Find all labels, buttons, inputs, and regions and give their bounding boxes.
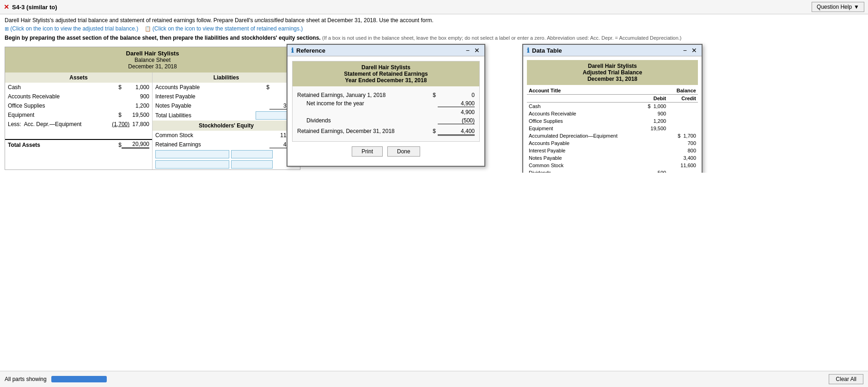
page-title: S4-3 (similar to) [12, 4, 57, 11]
data-table: Account Title Balance Debit Credit Cash … [527, 87, 698, 173]
equity-label-input[interactable] [155, 150, 229, 158]
reference-header-left: ℹ Reference [291, 47, 325, 54]
ref-re-jan: Retained Earnings, January 1, 2018 $ 0 [297, 91, 475, 99]
info-icon: ℹ [291, 47, 293, 54]
bs-ip-row: Interest Payable 800 [153, 92, 300, 101]
reference-body: Retained Earnings, January 1, 2018 $ 0 N… [293, 86, 479, 141]
accdepr-net: 17,800 [129, 121, 149, 127]
table-row: Dividends 500 [527, 169, 698, 173]
reference-panel: ℹ Reference − ✕ Darell Hair Stylists Sta… [287, 44, 485, 167]
table-row: Notes Payable 3,400 [527, 154, 698, 162]
bs-title: Balance Sheet [8, 57, 297, 63]
ref-company: Darell Hair Stylists [295, 64, 477, 71]
total-assets-label: Total Assets [8, 142, 112, 148]
ref-dividends: Dividends (500) [297, 116, 475, 125]
bs-ap-row: Accounts Payable $ 700 [153, 83, 300, 92]
grid-icon: ⊞ [5, 26, 9, 31]
data-table-minimize-button[interactable]: − [682, 47, 688, 54]
table-row: Office Supplies 1,200 [527, 117, 698, 125]
bs-np-row: Notes Payable 3,400 [153, 101, 300, 110]
header-bar: ✕ S4-3 (similar to) Question Help ▼ [0, 0, 868, 14]
question-help-button[interactable]: Question Help ▼ [812, 2, 864, 12]
dt-date: December 31, 2018 [530, 76, 695, 82]
stockholders-header: Stockholders' Equity [153, 121, 300, 131]
assets-header: Assets [5, 73, 152, 83]
balance-sheet-panel: Darell Hair Stylists Balance Sheet Decem… [5, 47, 300, 170]
bs-company: Darell Hair Stylists [8, 50, 297, 57]
close-icon[interactable]: ✕ [4, 3, 9, 11]
document-icon: 📋 [145, 26, 151, 31]
dt-company: Darell Hair Stylists [530, 63, 695, 69]
liabilities-column: Liabilities Accounts Payable $ 700 Inter… [153, 73, 300, 169]
dt-statement-title: Adjusted Trial Balance [530, 69, 695, 76]
reference-inner-header: Darell Hair Stylists Statement of Retain… [293, 61, 479, 86]
bs-total-assets-row: Total Assets $ 20,900 [5, 139, 152, 150]
total-assets-dollar: $ [112, 142, 122, 148]
bs-ar-row: Accounts Receivable 900 [5, 92, 152, 101]
bs-date: December 31, 2018 [8, 63, 297, 70]
reference-minimize-button[interactable]: − [465, 47, 471, 54]
total-label-input[interactable] [155, 160, 229, 169]
reference-content: Darell Hair Stylists Statement of Retain… [287, 56, 484, 166]
table-row: Equipment 19,500 [527, 125, 698, 132]
dt-col-debit: Debit [638, 95, 668, 103]
retained-earnings-link[interactable]: (Click on the icon to view the statement… [153, 25, 303, 32]
table-row: Cash $ 1,000 [527, 103, 698, 110]
total-value-input[interactable] [231, 160, 273, 169]
bs-equity-input-row [153, 149, 300, 159]
equipment-label: Equipment [8, 112, 112, 118]
begin-text: Begin by preparing the asset section of … [5, 35, 321, 41]
main-area: Darell Hair Stylists Balance Sheet Decem… [0, 44, 868, 173]
dt-col-account: Account Title [527, 87, 638, 95]
dt-col-credit: Credit [668, 95, 698, 103]
bs-equipment-row: Equipment $ 19,500 [5, 110, 152, 120]
data-table-info-icon: ℹ [527, 47, 529, 54]
trial-balance-link[interactable]: (Click on the icon to view the adjusted … [10, 25, 138, 32]
question-help-label: Question Help [817, 4, 852, 10]
cash-value: 1,000 [122, 84, 149, 91]
table-row: Accounts Payable 700 [527, 139, 698, 147]
bs-header: Darell Hair Stylists Balance Sheet Decem… [5, 47, 300, 73]
bs-total-liab-row: Total Liabilities [153, 110, 300, 121]
cs-label: Common Stock [155, 132, 269, 139]
note-text: (If a box is not used in the balance she… [322, 35, 682, 41]
ar-value: 900 [122, 93, 149, 100]
reference-done-button[interactable]: Done [387, 146, 420, 157]
cash-dollar: $ [112, 84, 122, 91]
ref-period: Year Ended December 31, 2018 [295, 77, 477, 84]
reference-inner: Darell Hair Stylists Statement of Retain… [292, 61, 480, 142]
ip-label: Interest Payable [155, 93, 269, 100]
table-row: Interest Payable 800 [527, 147, 698, 154]
dt-col-balance: Balance [638, 87, 698, 95]
reference-print-button[interactable]: Print [352, 146, 383, 157]
data-table-header-icons: − ✕ [682, 47, 698, 54]
np-label: Notes Payable [155, 103, 269, 109]
reference-title: Reference [296, 47, 325, 54]
bs-re-row: Retained Earnings 4,400 [153, 140, 300, 149]
equipment-value: 19,500 [122, 112, 149, 118]
table-row: Common Stock 11,600 [527, 162, 698, 169]
ref-net-income: Net income for the year 4,900 [297, 99, 475, 108]
chevron-down-icon: ▼ [854, 4, 859, 10]
dt-inner-header: Darell Hair Stylists Adjusted Trial Bala… [527, 60, 698, 85]
instruction-italic: unclassified [255, 17, 284, 24]
reference-buttons: Print Done [292, 142, 480, 161]
instruction-text2: balance sheet at December 31, 2018. Use … [285, 17, 434, 24]
data-table-close-button[interactable]: ✕ [691, 47, 698, 54]
equipment-dollar: $ [112, 112, 122, 118]
reference-close-button[interactable]: ✕ [473, 47, 481, 54]
total-liab-label: Total Liabilities [155, 112, 256, 119]
table-row: Accounts Receivable 900 [527, 110, 698, 117]
data-table-header-left: ℹ Data Table [527, 47, 562, 54]
equity-value-input[interactable] [231, 150, 273, 158]
ref-subtotal: 4,900 [297, 108, 475, 116]
instruction-text1: Darell Hair Stylists's adjusted trial ba… [5, 17, 253, 24]
data-table-panel: ℹ Data Table − ✕ Darell Hair Stylists Ad… [522, 44, 703, 173]
supplies-label: Office Supplies [8, 103, 122, 109]
accdepr-label: Less: Acc. Depr.—Equipment [8, 121, 102, 127]
assets-column: Assets Cash $ 1,000 Accounts Receivable … [5, 73, 153, 169]
bs-cash-row: Cash $ 1,000 [5, 83, 152, 92]
bs-total-row [153, 159, 300, 169]
bs-cs-row: Common Stock 11,600 [153, 131, 300, 140]
data-table-title: Data Table [532, 47, 562, 54]
